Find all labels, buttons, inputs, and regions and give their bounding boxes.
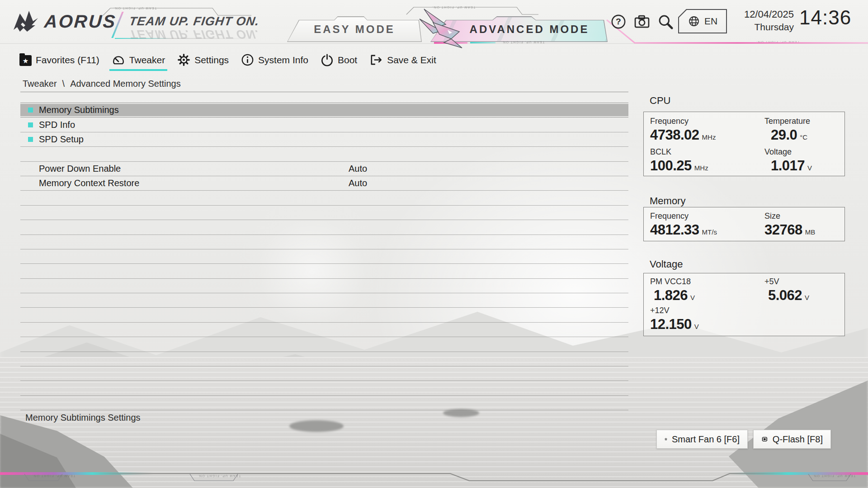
- screenshot-button[interactable]: [633, 13, 651, 31]
- menu-label-save-exit: Save & Exit: [387, 55, 436, 66]
- menu-item-save-exit[interactable]: Save & Exit: [369, 53, 436, 66]
- help-button[interactable]: ?: [609, 13, 627, 31]
- language-selector[interactable]: EN: [678, 9, 727, 33]
- list-row-blank: [20, 264, 628, 278]
- globe-icon: [688, 15, 700, 28]
- list-row-blank: [20, 352, 628, 366]
- list-item-label: Memory Subtimings: [39, 105, 119, 115]
- date-value: 12/04/2025: [736, 9, 794, 20]
- menu-label-tweaker: Tweaker: [129, 55, 165, 66]
- submenu-bullet-icon: [28, 122, 33, 127]
- cpu-frequency-unit: MHz: [702, 133, 716, 141]
- submenu-bullet-icon: [28, 108, 33, 113]
- list-row-blank: [20, 191, 628, 205]
- plus12v-label: +12V: [650, 306, 699, 315]
- list-item-label: SPD Info: [39, 120, 75, 130]
- main-menu: ★ Favorites (F11) Tweaker Settings Sy: [19, 53, 436, 66]
- list-item-value[interactable]: Auto: [349, 178, 367, 188]
- cpu-voltage-label: Voltage: [764, 147, 812, 157]
- list-item-memory-subtimings[interactable]: Memory Subtimings: [20, 103, 628, 117]
- favorites-star-icon: ★: [19, 55, 32, 66]
- list-row-blank: [20, 147, 628, 161]
- list-row-blank: [20, 337, 628, 352]
- breadcrumb-section[interactable]: Tweaker: [23, 79, 57, 89]
- list-item-label: Power Down Enable: [39, 164, 121, 174]
- list-row-blank: [20, 279, 628, 293]
- plus12v-value: 12.150: [650, 316, 692, 333]
- menu-item-favorites[interactable]: ★ Favorites (F11): [19, 54, 99, 66]
- memory-frequency-unit: MT/s: [702, 228, 717, 236]
- menu-label-boot: Boot: [338, 55, 357, 66]
- list-item-spd-info[interactable]: SPD Info: [20, 117, 628, 132]
- menu-item-settings[interactable]: Settings: [177, 53, 229, 66]
- menu-label-favorites: Favorites (F11): [36, 55, 99, 66]
- qflash-button[interactable]: Q-Flash [F8]: [753, 430, 831, 449]
- slogan-plate: TEAM UP. FIGHT ON. TEAM UP. FIGHT ON.: [114, 10, 259, 40]
- chip-icon: [761, 433, 768, 445]
- memory-size-value: 32768: [764, 222, 802, 238]
- language-label: EN: [704, 16, 717, 27]
- menu-item-system-info[interactable]: System Info: [241, 53, 308, 66]
- list-row-blank: [20, 220, 628, 235]
- micro-text-bottom-left: TEAM UP. FIGHT ON.: [32, 474, 75, 478]
- menu-label-settings: Settings: [194, 55, 229, 66]
- time-value: 14:36: [799, 6, 851, 29]
- micro-text-under-tab: TEAM UP. FIGHT ON.: [501, 41, 544, 44]
- cpu-frequency-label: Frequency: [650, 117, 716, 126]
- gear-icon: [177, 53, 190, 66]
- cpu-bclk-unit: MHz: [694, 164, 708, 172]
- breadcrumb-divider: [20, 92, 628, 92]
- breadcrumb-separator: \: [62, 79, 65, 89]
- qflash-label: Q-Flash [F8]: [773, 434, 823, 445]
- search-button[interactable]: [656, 13, 675, 31]
- list-item-power-down-enable[interactable]: Power Down Enable Auto: [20, 162, 628, 176]
- list-row-blank: [20, 235, 628, 249]
- micro-text-header-right: TEAM UP. FIGHT ON.: [756, 41, 799, 44]
- menu-item-boot[interactable]: Boot: [321, 53, 357, 66]
- falcon-head-icon: [418, 6, 472, 52]
- header-bar: AORUS TEAM UP. FIGHT ON. TEAM UP. FIGHT …: [0, 0, 868, 44]
- list-row-blank: [20, 366, 628, 381]
- list-row-blank: [20, 308, 628, 322]
- list-row-blank: [20, 396, 628, 410]
- plus5v-unit: V: [805, 294, 809, 301]
- list-item-memory-context-restore[interactable]: Memory Context Restore Auto: [20, 176, 628, 191]
- aorus-logo: AORUS: [12, 9, 116, 33]
- memory-panel-title: Memory: [650, 195, 685, 207]
- slogan-text: TEAM UP. FIGHT ON.: [128, 14, 260, 28]
- smart-fan-label: Smart Fan 6 [F6]: [672, 434, 740, 445]
- memory-size-label: Size: [764, 211, 815, 221]
- menu-item-tweaker[interactable]: Tweaker: [112, 54, 165, 66]
- menu-label-system-info: System Info: [258, 55, 308, 66]
- list-item-value[interactable]: Auto: [349, 164, 367, 174]
- micro-text-bottom-mid: TEAM UP. FIGHT ON.: [197, 474, 241, 478]
- cpu-panel: Frequency 4738.02 MHz Temperature 29.0 °…: [643, 112, 845, 176]
- cpu-temperature-unit: °C: [800, 133, 807, 141]
- memory-panel: Frequency 4812.33 MT/s Size 32768 MB: [643, 207, 845, 241]
- breadcrumb-page: Advanced Memory Settings: [70, 79, 181, 89]
- list-row-blank: [20, 293, 628, 308]
- pm-vcc18-value: 1.826: [654, 287, 688, 304]
- list-row-blank: [20, 206, 628, 220]
- tab-easy-mode[interactable]: EASY MODE: [287, 16, 422, 42]
- cpu-voltage-unit: V: [807, 164, 812, 172]
- search-icon: [657, 13, 674, 30]
- datetime-block[interactable]: 12/04/2025 Thursday: [736, 9, 794, 33]
- exit-icon: [369, 53, 383, 66]
- cpu-panel-title: CPU: [650, 95, 670, 107]
- help-icon: ?: [610, 14, 627, 30]
- aorus-eagle-icon: [12, 9, 40, 33]
- camera-icon: [633, 13, 651, 30]
- smart-fan-button[interactable]: Smart Fan 6 [F6]: [656, 430, 748, 449]
- gauge-icon: [112, 54, 125, 66]
- plus12v-unit: V: [694, 323, 699, 330]
- accent-bar-cyan: [470, 42, 495, 43]
- cpu-temperature-label: Temperature: [764, 117, 810, 126]
- easy-mode-label: EASY MODE: [314, 23, 395, 36]
- list-item-label: SPD Setup: [39, 134, 84, 145]
- cpu-frequency-value: 4738.02: [650, 127, 699, 143]
- list-row-blank: [20, 323, 628, 337]
- pm-vcc18-label: PM VCC18: [650, 277, 695, 286]
- list-item-spd-setup[interactable]: SPD Setup: [20, 132, 628, 147]
- micro-text-top-left: TEAM UP. FIGHT ON.: [113, 7, 156, 10]
